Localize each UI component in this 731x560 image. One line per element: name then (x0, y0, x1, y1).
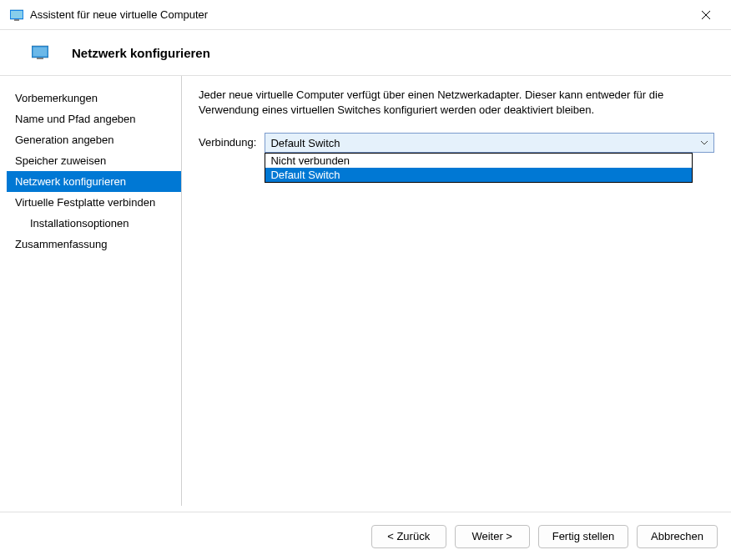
connection-dropdown-list: Nicht verbundenDefault Switch (265, 153, 693, 183)
sidebar-item[interactable]: Generation angeben (7, 129, 181, 150)
connection-dropdown[interactable]: Default Switch (265, 133, 714, 153)
chevron-down-icon (700, 139, 708, 147)
back-button[interactable]: < Zurück (371, 525, 446, 548)
dropdown-selected-value: Default Switch (270, 137, 700, 149)
cancel-button[interactable]: Abbrechen (637, 525, 718, 548)
svg-rect-2 (14, 19, 19, 21)
sidebar-item[interactable]: Installationsoptionen (7, 213, 181, 234)
connection-field: Verbindung: Default Switch Nicht verbund… (199, 133, 714, 153)
window-title: Assistent für neue virtuelle Computer (30, 8, 691, 21)
wizard-button-bar: < Zurück Weiter > Fertig stellen Abbrech… (0, 512, 731, 560)
svg-rect-6 (33, 48, 48, 57)
connection-label: Verbindung: (199, 133, 256, 149)
sidebar-item[interactable]: Virtuelle Festplatte verbinden (7, 192, 181, 213)
content-area: VorbemerkungenName und Pfad angebenGener… (0, 76, 731, 506)
main-panel: Jeder neue virtuelle Computer verfügt üb… (182, 76, 731, 506)
connection-dropdown-wrapper: Default Switch Nicht verbundenDefault Sw… (265, 133, 714, 153)
titlebar: Assistent für neue virtuelle Computer (0, 0, 731, 30)
next-button[interactable]: Weiter > (455, 525, 530, 548)
wizard-header: Netzwerk konfigurieren (0, 30, 731, 76)
description-text: Jeder neue virtuelle Computer verfügt üb… (199, 88, 714, 118)
app-icon (10, 8, 23, 22)
dropdown-option[interactable]: Nicht verbunden (265, 154, 692, 168)
close-icon (701, 10, 711, 20)
close-button[interactable] (691, 3, 721, 27)
wizard-steps-sidebar: VorbemerkungenName und Pfad angebenGener… (7, 76, 182, 506)
sidebar-item[interactable]: Vorbemerkungen (7, 88, 181, 108)
dropdown-option[interactable]: Default Switch (265, 168, 692, 182)
svg-rect-7 (37, 58, 43, 59)
finish-button[interactable]: Fertig stellen (538, 525, 628, 548)
sidebar-item[interactable]: Netzwerk konfigurieren (7, 171, 181, 192)
header-icon (32, 45, 48, 60)
sidebar-item[interactable]: Zusammenfassung (7, 234, 181, 255)
sidebar-item[interactable]: Speicher zuweisen (7, 150, 181, 171)
sidebar-item[interactable]: Name und Pfad angeben (7, 108, 181, 129)
page-title: Netzwerk konfigurieren (72, 46, 210, 60)
svg-rect-1 (11, 11, 23, 18)
